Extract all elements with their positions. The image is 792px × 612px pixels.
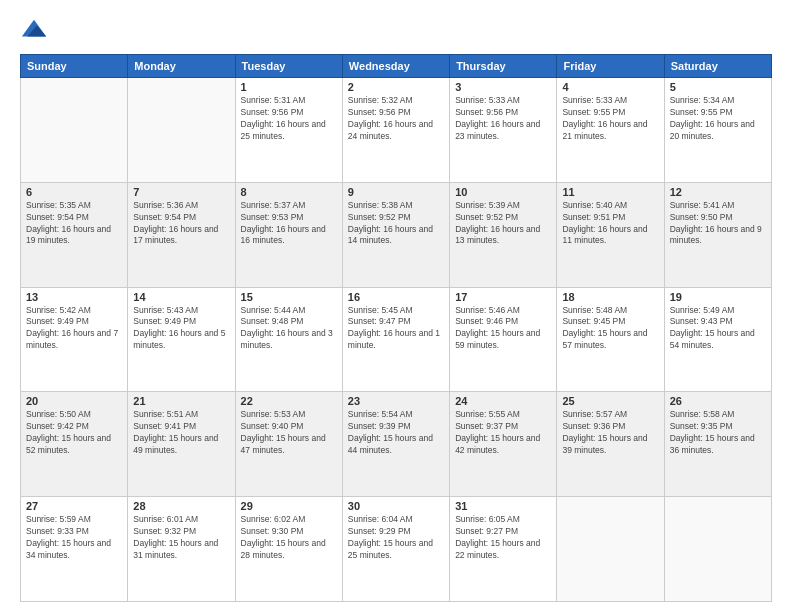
day-cell: 31Sunrise: 6:05 AM Sunset: 9:27 PM Dayli… [450,497,557,602]
day-cell: 7Sunrise: 5:36 AM Sunset: 9:54 PM Daylig… [128,182,235,287]
day-info: Sunrise: 5:45 AM Sunset: 9:47 PM Dayligh… [348,305,444,353]
day-info: Sunrise: 5:58 AM Sunset: 9:35 PM Dayligh… [670,409,766,457]
day-number: 15 [241,291,337,303]
weekday-header-monday: Monday [128,55,235,78]
day-cell: 19Sunrise: 5:49 AM Sunset: 9:43 PM Dayli… [664,287,771,392]
day-cell: 15Sunrise: 5:44 AM Sunset: 9:48 PM Dayli… [235,287,342,392]
day-cell: 13Sunrise: 5:42 AM Sunset: 9:49 PM Dayli… [21,287,128,392]
day-info: Sunrise: 5:31 AM Sunset: 9:56 PM Dayligh… [241,95,337,143]
day-number: 26 [670,395,766,407]
day-number: 1 [241,81,337,93]
day-number: 25 [562,395,658,407]
day-info: Sunrise: 5:55 AM Sunset: 9:37 PM Dayligh… [455,409,551,457]
day-cell: 18Sunrise: 5:48 AM Sunset: 9:45 PM Dayli… [557,287,664,392]
logo [20,16,52,44]
day-info: Sunrise: 5:37 AM Sunset: 9:53 PM Dayligh… [241,200,337,248]
day-info: Sunrise: 5:51 AM Sunset: 9:41 PM Dayligh… [133,409,229,457]
day-number: 10 [455,186,551,198]
weekday-header-wednesday: Wednesday [342,55,449,78]
day-number: 23 [348,395,444,407]
day-cell: 5Sunrise: 5:34 AM Sunset: 9:55 PM Daylig… [664,78,771,183]
day-cell: 20Sunrise: 5:50 AM Sunset: 9:42 PM Dayli… [21,392,128,497]
calendar-table: SundayMondayTuesdayWednesdayThursdayFrid… [20,54,772,602]
day-info: Sunrise: 5:44 AM Sunset: 9:48 PM Dayligh… [241,305,337,353]
day-number: 8 [241,186,337,198]
day-cell: 28Sunrise: 6:01 AM Sunset: 9:32 PM Dayli… [128,497,235,602]
day-cell: 9Sunrise: 5:38 AM Sunset: 9:52 PM Daylig… [342,182,449,287]
day-info: Sunrise: 6:05 AM Sunset: 9:27 PM Dayligh… [455,514,551,562]
day-number: 16 [348,291,444,303]
day-info: Sunrise: 5:54 AM Sunset: 9:39 PM Dayligh… [348,409,444,457]
day-cell: 8Sunrise: 5:37 AM Sunset: 9:53 PM Daylig… [235,182,342,287]
day-cell: 16Sunrise: 5:45 AM Sunset: 9:47 PM Dayli… [342,287,449,392]
day-number: 9 [348,186,444,198]
day-number: 29 [241,500,337,512]
weekday-header-row: SundayMondayTuesdayWednesdayThursdayFrid… [21,55,772,78]
day-number: 3 [455,81,551,93]
day-info: Sunrise: 5:33 AM Sunset: 9:55 PM Dayligh… [562,95,658,143]
weekday-header-saturday: Saturday [664,55,771,78]
day-cell: 27Sunrise: 5:59 AM Sunset: 9:33 PM Dayli… [21,497,128,602]
day-cell [557,497,664,602]
week-row-4: 20Sunrise: 5:50 AM Sunset: 9:42 PM Dayli… [21,392,772,497]
day-info: Sunrise: 5:33 AM Sunset: 9:56 PM Dayligh… [455,95,551,143]
day-number: 31 [455,500,551,512]
day-info: Sunrise: 5:53 AM Sunset: 9:40 PM Dayligh… [241,409,337,457]
day-number: 27 [26,500,122,512]
day-cell: 12Sunrise: 5:41 AM Sunset: 9:50 PM Dayli… [664,182,771,287]
day-cell: 4Sunrise: 5:33 AM Sunset: 9:55 PM Daylig… [557,78,664,183]
week-row-5: 27Sunrise: 5:59 AM Sunset: 9:33 PM Dayli… [21,497,772,602]
day-number: 21 [133,395,229,407]
day-info: Sunrise: 5:49 AM Sunset: 9:43 PM Dayligh… [670,305,766,353]
day-cell: 11Sunrise: 5:40 AM Sunset: 9:51 PM Dayli… [557,182,664,287]
day-info: Sunrise: 5:46 AM Sunset: 9:46 PM Dayligh… [455,305,551,353]
day-number: 12 [670,186,766,198]
day-info: Sunrise: 5:41 AM Sunset: 9:50 PM Dayligh… [670,200,766,248]
day-number: 6 [26,186,122,198]
day-number: 30 [348,500,444,512]
day-number: 17 [455,291,551,303]
day-number: 18 [562,291,658,303]
day-number: 28 [133,500,229,512]
weekday-header-tuesday: Tuesday [235,55,342,78]
week-row-1: 1Sunrise: 5:31 AM Sunset: 9:56 PM Daylig… [21,78,772,183]
weekday-header-sunday: Sunday [21,55,128,78]
day-info: Sunrise: 6:01 AM Sunset: 9:32 PM Dayligh… [133,514,229,562]
day-cell: 10Sunrise: 5:39 AM Sunset: 9:52 PM Dayli… [450,182,557,287]
day-info: Sunrise: 5:35 AM Sunset: 9:54 PM Dayligh… [26,200,122,248]
day-info: Sunrise: 5:34 AM Sunset: 9:55 PM Dayligh… [670,95,766,143]
day-number: 7 [133,186,229,198]
day-number: 20 [26,395,122,407]
day-info: Sunrise: 5:42 AM Sunset: 9:49 PM Dayligh… [26,305,122,353]
day-cell: 29Sunrise: 6:02 AM Sunset: 9:30 PM Dayli… [235,497,342,602]
day-cell: 1Sunrise: 5:31 AM Sunset: 9:56 PM Daylig… [235,78,342,183]
day-info: Sunrise: 5:32 AM Sunset: 9:56 PM Dayligh… [348,95,444,143]
day-number: 24 [455,395,551,407]
day-info: Sunrise: 5:50 AM Sunset: 9:42 PM Dayligh… [26,409,122,457]
day-number: 2 [348,81,444,93]
day-info: Sunrise: 5:39 AM Sunset: 9:52 PM Dayligh… [455,200,551,248]
day-number: 5 [670,81,766,93]
day-number: 14 [133,291,229,303]
logo-icon [20,16,48,44]
day-cell [128,78,235,183]
day-info: Sunrise: 5:38 AM Sunset: 9:52 PM Dayligh… [348,200,444,248]
day-cell: 2Sunrise: 5:32 AM Sunset: 9:56 PM Daylig… [342,78,449,183]
day-cell: 25Sunrise: 5:57 AM Sunset: 9:36 PM Dayli… [557,392,664,497]
day-cell: 17Sunrise: 5:46 AM Sunset: 9:46 PM Dayli… [450,287,557,392]
day-cell: 22Sunrise: 5:53 AM Sunset: 9:40 PM Dayli… [235,392,342,497]
weekday-header-thursday: Thursday [450,55,557,78]
day-info: Sunrise: 5:57 AM Sunset: 9:36 PM Dayligh… [562,409,658,457]
week-row-2: 6Sunrise: 5:35 AM Sunset: 9:54 PM Daylig… [21,182,772,287]
day-number: 4 [562,81,658,93]
day-info: Sunrise: 5:36 AM Sunset: 9:54 PM Dayligh… [133,200,229,248]
day-number: 13 [26,291,122,303]
page: SundayMondayTuesdayWednesdayThursdayFrid… [0,0,792,612]
day-cell: 30Sunrise: 6:04 AM Sunset: 9:29 PM Dayli… [342,497,449,602]
day-cell: 24Sunrise: 5:55 AM Sunset: 9:37 PM Dayli… [450,392,557,497]
day-cell: 6Sunrise: 5:35 AM Sunset: 9:54 PM Daylig… [21,182,128,287]
day-info: Sunrise: 6:02 AM Sunset: 9:30 PM Dayligh… [241,514,337,562]
day-cell: 23Sunrise: 5:54 AM Sunset: 9:39 PM Dayli… [342,392,449,497]
day-number: 19 [670,291,766,303]
weekday-header-friday: Friday [557,55,664,78]
